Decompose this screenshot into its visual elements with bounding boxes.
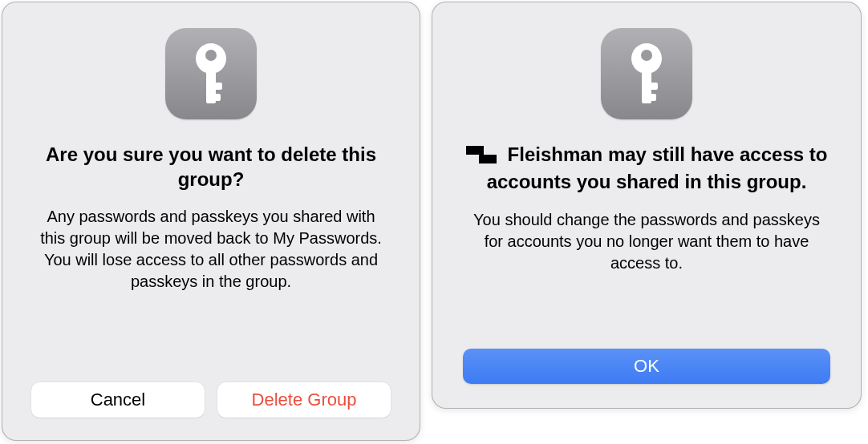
delete-group-button[interactable]: Delete Group xyxy=(217,382,391,418)
svg-point-1 xyxy=(205,50,217,61)
button-row: Cancel Delete Group xyxy=(31,382,391,418)
svg-rect-9 xyxy=(642,94,656,101)
delete-group-dialog: Are you sure you want to delete this gro… xyxy=(2,2,420,441)
svg-point-6 xyxy=(641,50,652,61)
svg-rect-11 xyxy=(479,155,497,163)
svg-rect-3 xyxy=(206,83,222,90)
key-icon xyxy=(623,42,671,105)
access-warning-dialog: Fleishman may still have access to accou… xyxy=(432,2,862,409)
dialog-body: You should change the passwords and pass… xyxy=(461,209,832,274)
dialog-body: Any passwords and passkeys you shared wi… xyxy=(31,206,391,293)
svg-rect-10 xyxy=(466,146,484,155)
passwords-app-icon xyxy=(165,28,257,119)
heading-name: Fleishman xyxy=(508,143,603,165)
svg-rect-8 xyxy=(642,83,658,90)
cancel-button[interactable]: Cancel xyxy=(31,382,205,418)
dialog-heading: Fleishman may still have access to accou… xyxy=(461,142,832,195)
button-row: OK xyxy=(461,349,832,385)
key-icon xyxy=(187,42,235,105)
ok-button[interactable]: OK xyxy=(463,349,830,384)
redacted-icon xyxy=(466,144,497,170)
dialog-heading: Are you sure you want to delete this gro… xyxy=(31,142,391,192)
passwords-app-icon xyxy=(601,28,692,119)
svg-rect-4 xyxy=(206,94,221,101)
